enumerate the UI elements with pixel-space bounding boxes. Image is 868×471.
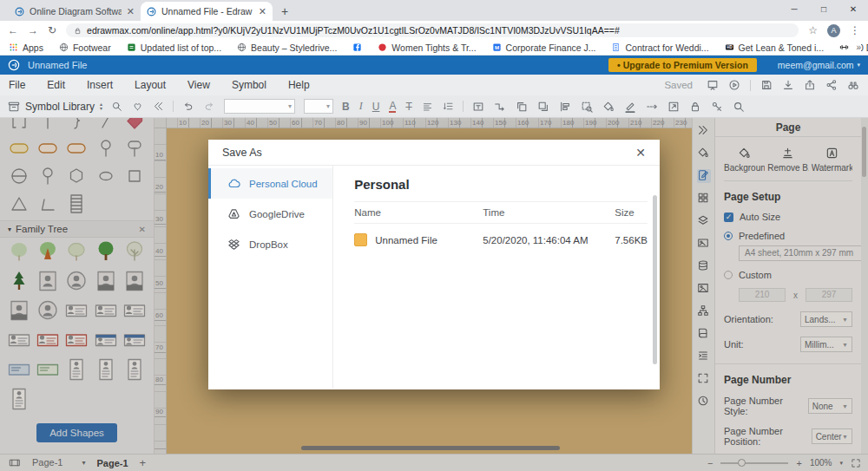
menu-view[interactable]: View: [187, 79, 210, 91]
library-icon: [8, 101, 20, 113]
cloud-icon: [227, 177, 240, 190]
menu-file[interactable]: File: [9, 79, 25, 91]
align-objects-icon[interactable]: [559, 101, 571, 113]
send-back-icon[interactable]: [537, 101, 549, 113]
present-icon[interactable]: [707, 79, 719, 91]
menu-symbol[interactable]: Symbol: [232, 79, 266, 91]
export-icon[interactable]: [804, 79, 816, 91]
edraw-favicon-icon: [15, 7, 24, 16]
underline-icon[interactable]: U: [372, 101, 380, 113]
menu-list: FileEditInsertLayoutViewSymbolHelp: [9, 79, 310, 91]
bookmarks-overflow-chevron[interactable]: »: [851, 43, 861, 52]
pen-icon[interactable]: [624, 101, 636, 113]
bookmark-item[interactable]: MCorporate Finance J...: [492, 43, 596, 53]
menu-edit[interactable]: Edit: [47, 79, 65, 91]
table-row[interactable]: Unnamed File5/20/2020, 11:46:04 AM7.56KB: [354, 224, 648, 256]
zoom-select-icon[interactable]: [581, 101, 593, 113]
bookmark-item[interactable]: Beauty – Styledrive...: [237, 43, 337, 53]
fill-color-icon[interactable]: [602, 101, 615, 113]
bookmark-globe-icon: [59, 43, 69, 52]
save-icon[interactable]: [760, 79, 773, 91]
align-icon[interactable]: [422, 101, 433, 112]
download-icon[interactable]: [782, 79, 794, 91]
tools-icon[interactable]: [711, 101, 723, 113]
binoculars-icon[interactable]: [847, 79, 859, 91]
menu-bar: FileEditInsertLayoutViewSymbolHelp Saved: [0, 75, 868, 95]
menu-help[interactable]: Help: [288, 79, 310, 91]
menu-layout[interactable]: Layout: [135, 79, 166, 91]
hyperlink-icon[interactable]: [667, 101, 680, 113]
bookmark-item[interactable]: [352, 43, 362, 52]
library-updown-icon[interactable]: ▴▾: [100, 102, 102, 111]
font-family-select[interactable]: ▾: [224, 99, 295, 114]
bookmark-label: Updated list of top...: [141, 43, 221, 53]
bookmark-item[interactable]: Footwear: [59, 43, 111, 53]
back-icon[interactable]: ←: [8, 24, 18, 36]
bookmark-item[interactable]: Apps: [9, 43, 43, 53]
minimize-icon[interactable]: ─: [779, 0, 809, 21]
browser-menu-icon[interactable]: ⋮: [850, 24, 860, 36]
save-as-dialog: Save As ✕ Personal CloudGoogleDriveDropB…: [208, 140, 660, 389]
bookmark-item[interactable]: HDGet Lean & Toned i...: [725, 43, 824, 53]
bold-icon[interactable]: B: [342, 101, 350, 113]
strike-icon[interactable]: T: [405, 101, 411, 113]
divider: [173, 101, 174, 112]
bookmark-item[interactable]: Contract for Weddi...: [611, 43, 708, 53]
avatar[interactable]: A: [827, 24, 840, 37]
tab-title: Online Diagram Software - Edra...: [30, 6, 122, 16]
file-time: 5/20/2020, 11:46:04 AM: [483, 235, 615, 245]
symbol-library-label: Symbol Library: [25, 101, 95, 113]
dialog-section-title: Personal: [354, 177, 648, 192]
nav-label: Personal Cloud: [249, 179, 318, 189]
window-controls: ─ □ ✕: [779, 0, 868, 21]
dialog-scrollbar-thumb[interactable]: [653, 195, 657, 364]
bookmark-list: AppsFootwearUpdated list of top...Beauty…: [9, 43, 868, 53]
browser-tab[interactable]: Online Diagram Software - Edra...✕: [9, 2, 141, 21]
edraw-favicon-icon: [147, 7, 156, 16]
new-tab-button[interactable]: +: [281, 4, 288, 18]
close-icon[interactable]: ✕: [838, 0, 868, 21]
dialog-nav-dropbox[interactable]: DropBox: [208, 229, 332, 259]
tab-close-icon[interactable]: ✕: [259, 6, 266, 17]
bookmark-facebook-icon: [352, 43, 362, 52]
bring-front-icon[interactable]: [516, 101, 528, 113]
textbox-icon[interactable]: [472, 101, 484, 113]
play-icon[interactable]: [728, 79, 740, 91]
bookmark-star-icon[interactable]: ☆: [808, 24, 818, 36]
forward-icon[interactable]: →: [28, 24, 38, 36]
connector-icon[interactable]: [494, 101, 506, 113]
reload-icon[interactable]: ↻: [48, 24, 56, 36]
font-size-select[interactable]: ▾: [304, 99, 333, 114]
italic-icon[interactable]: I: [359, 100, 363, 113]
dialog-close-icon[interactable]: ✕: [635, 146, 646, 160]
bookmark-item[interactable]: Updated list of top...: [127, 43, 221, 53]
dialog-nav-googledrive[interactable]: GoogleDrive: [208, 199, 332, 229]
dialog-nav-personal-cloud[interactable]: Personal Cloud: [208, 168, 332, 199]
search-icon[interactable]: [733, 101, 745, 113]
nav-label: DropBox: [249, 239, 288, 250]
tab-close-icon[interactable]: ✕: [127, 6, 135, 17]
symbol-library-button[interactable]: Symbol Library ▴▾: [8, 101, 102, 113]
maximize-icon[interactable]: □: [809, 0, 838, 21]
share-icon[interactable]: [825, 79, 838, 91]
bookmark-label: Get Lean & Toned i...: [739, 43, 824, 53]
bookmark-item[interactable]: Women Tights & Tr...: [378, 43, 476, 53]
upgrade-premium-button[interactable]: • Upgrade to Premium Version: [608, 58, 757, 72]
account-menu[interactable]: meem@gmail.com ▾: [778, 60, 860, 70]
redo-icon[interactable]: [204, 101, 215, 112]
bookmark-label: Women Tights & Tr...: [391, 43, 476, 53]
lock-icon[interactable]: [689, 101, 701, 113]
dropbox-icon: [227, 238, 240, 251]
menu-insert[interactable]: Insert: [87, 79, 113, 91]
bookmark-label: Footwear: [73, 43, 111, 53]
undo-icon[interactable]: [182, 101, 194, 112]
spacing-icon[interactable]: [443, 101, 454, 112]
browser-tab[interactable]: Unnamed File - Edraw Max✕: [141, 2, 273, 21]
font-color-icon[interactable]: A: [389, 100, 396, 113]
file-table-rows: Unnamed File5/20/2020, 11:46:04 AM7.56KB: [354, 224, 648, 256]
collapse-left-icon[interactable]: [153, 101, 164, 112]
heart-icon[interactable]: [132, 101, 143, 112]
line-style-icon[interactable]: [646, 101, 658, 113]
address-bar[interactable]: edrawmax.com/online/app.html?y0/KUjV2yU1…: [66, 23, 799, 37]
search-icon[interactable]: [111, 101, 122, 112]
